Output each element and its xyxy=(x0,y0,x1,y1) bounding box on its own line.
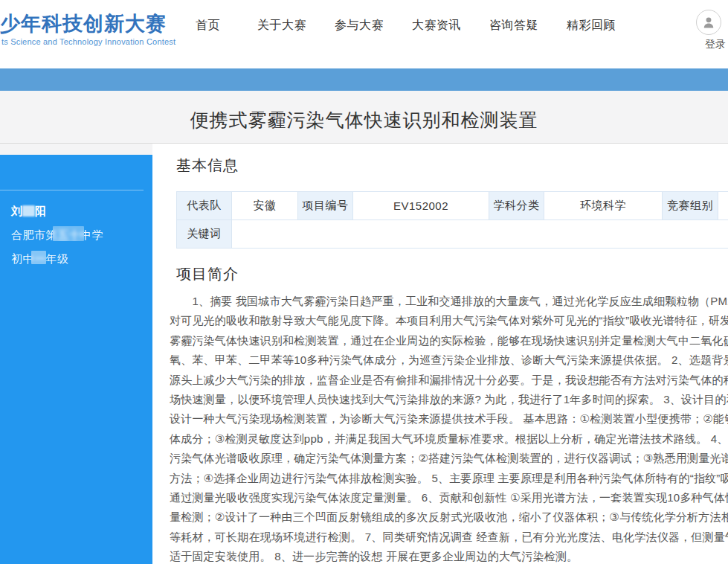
intro-line: 量检测；②设计了一种由三个凹面反射镜组成的多次反射式光吸收池，缩小了仪器体积；③… xyxy=(170,507,728,527)
page-title: 便携式雾霾污染气体快速识别和检测装置 xyxy=(0,108,728,132)
intro-line: 源头上减少大气污染的排放，监督企业是否有偷排和漏排情况十分必要。于是，我设想能否… xyxy=(170,371,728,390)
nav-item-participate[interactable]: 参与大赛 xyxy=(335,18,384,33)
intro-line: 对可见光的吸收和散射导致大气能见度下降。本项目利用大气污染气体对紫外可见光的“指… xyxy=(170,311,728,330)
cell-subject-label: 学科分类 xyxy=(489,192,544,220)
site-logo[interactable]: 少年科技创新大赛 xyxy=(0,10,167,37)
basic-info-heading: 基本信息 xyxy=(176,156,239,176)
intro-line: 雾霾污染气体快速识别和检测装置，通过在企业周边的实际检验，能够在现场快速识别并定… xyxy=(170,331,728,350)
intro-line: 设计一种大气污染现场检测装置，为诊断大气污染来源提供技术手段。 基本思路：①检测… xyxy=(170,409,728,429)
cell-group-value xyxy=(718,192,728,220)
basic-info-table: 代表队 安徽 项目编号 EV152002 学科分类 环境科学 竞赛组别 关键词 xyxy=(176,191,728,249)
site-header: 少年科技创新大赛 ts Science and Technology Innov… xyxy=(0,0,728,68)
privacy-blur-grade xyxy=(31,251,46,264)
site-logo-subtitle: ts Science and Technology Innovation Con… xyxy=(1,37,175,46)
intro-line: 1、摘要 我国城市大气雾霾污染日趋严重，工业和交通排放的大量废气，通过光化学反应… xyxy=(170,292,728,311)
nav-item-news[interactable]: 大赛资讯 xyxy=(412,18,461,33)
nav-item-about[interactable]: 关于大赛 xyxy=(257,18,306,33)
intro-line: 方法；④选择企业周边进行污染气体排放检测实验。 5、主要原理 主要原理是利用各种… xyxy=(170,469,728,488)
student-surname: 刘 xyxy=(11,205,22,217)
person-icon xyxy=(701,15,716,30)
intro-line: 氧、苯、甲苯、二甲苯等10多种污染气体成分，为巡查污染企业排放、诊断大气污染来源… xyxy=(170,350,728,370)
student-name-suffix: 阳 xyxy=(35,205,46,217)
project-intro-paragraph: 1、摘要 我国城市大气雾霾污染日趋严重，工业和交通排放的大量废气，通过光化学反应… xyxy=(170,292,728,564)
user-avatar-icon[interactable] xyxy=(696,10,721,35)
nav-item-home[interactable]: 首页 xyxy=(196,18,220,33)
table-row: 代表队 安徽 项目编号 EV152002 学科分类 环境科学 竞赛组别 xyxy=(177,192,728,220)
main-content: 基本信息 代表队 安徽 项目编号 EV152002 学科分类 环境科学 竞赛组别… xyxy=(152,144,728,564)
cell-subject-value: 环境科学 xyxy=(544,192,663,220)
login-button[interactable]: 登录 xyxy=(705,38,726,51)
intro-line: 污染气体光谱吸收原理，确定污染气体测量方案；②搭建污染气体检测装置的，进行仪器调… xyxy=(170,449,728,468)
intro-line: 场快速测量，以便环境管理人员快速找到大气污染排放的来源? 为此，我进行了1年多时… xyxy=(170,390,728,409)
student-name: 刘阳 xyxy=(11,205,46,219)
cell-keywords-value xyxy=(232,220,728,249)
cell-team-label: 代表队 xyxy=(177,192,232,220)
intro-line: 等耗材，可长期在现场环境进行检测。 7、同类研究情况调查 经查新，已有分光光度法… xyxy=(170,528,728,547)
project-intro-heading: 项目简介 xyxy=(176,264,239,284)
intro-line: 适于固定安装使用。 8、进一步完善的设想 开展在更多企业周边的大气污染检测。 xyxy=(170,547,728,564)
cell-group-label: 竞赛组别 xyxy=(663,192,718,220)
cell-team-value: 安徽 xyxy=(232,192,298,220)
nav-item-faq[interactable]: 咨询答疑 xyxy=(489,18,538,33)
main-nav: 首页 关于大赛 参与大赛 大赛资讯 咨询答疑 精彩回顾 xyxy=(196,18,616,33)
cell-project-no-label: 项目编号 xyxy=(298,192,353,220)
intro-line: 通过测量光吸收强度实现污染气体浓度定量测量。 6、贡献和创新性 ①采用光谱方法，… xyxy=(170,488,728,507)
privacy-blur-school xyxy=(53,226,84,241)
cell-project-no-value: EV152002 xyxy=(353,192,489,220)
student-sidebar: 刘阳 合肥市第五十中学 初中一年级 xyxy=(0,155,152,564)
blue-banner xyxy=(0,68,728,91)
cell-keywords-label: 关键词 xyxy=(177,220,232,249)
nav-item-highlights[interactable]: 精彩回顾 xyxy=(567,18,616,33)
intro-line: 体成分；③检测灵敏度达到ppb，并满足我国大气环境质量标准要求。根据以上分析，确… xyxy=(170,429,728,449)
sidebar-divider xyxy=(0,190,144,190)
privacy-blur-name xyxy=(22,205,35,217)
table-row: 关键词 xyxy=(177,220,728,249)
